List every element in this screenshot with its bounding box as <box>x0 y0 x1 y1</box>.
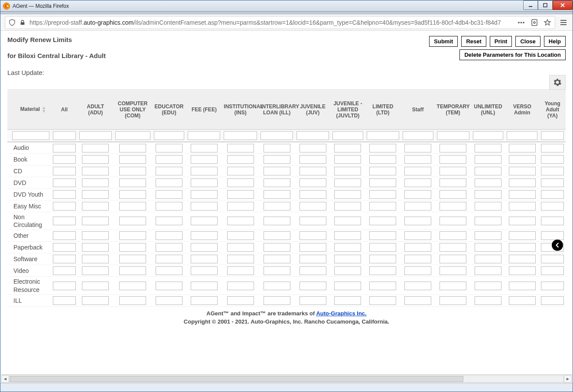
cell-input[interactable] <box>334 243 361 252</box>
cell-input[interactable] <box>404 155 431 164</box>
cell-input[interactable] <box>509 178 536 187</box>
cell-input[interactable] <box>119 231 146 240</box>
cell-input[interactable] <box>440 167 466 175</box>
reset-button[interactable]: Reset <box>461 36 486 47</box>
cell-input[interactable] <box>82 167 109 175</box>
column-header-ya[interactable]: Young Adult (YA) <box>539 90 566 130</box>
filter-input-staff[interactable] <box>403 131 433 140</box>
filter-input-unl[interactable] <box>473 131 504 140</box>
cell-input[interactable] <box>440 266 466 275</box>
cell-input[interactable] <box>227 167 254 175</box>
cell-input[interactable] <box>541 296 564 305</box>
cell-input[interactable] <box>334 266 361 275</box>
cell-input[interactable] <box>404 255 431 263</box>
cell-input[interactable] <box>156 296 182 305</box>
cell-input[interactable] <box>369 144 396 152</box>
cell-input[interactable] <box>369 217 396 225</box>
cell-input[interactable] <box>475 217 501 225</box>
filter-input-fee[interactable] <box>188 131 220 140</box>
cell-input[interactable] <box>440 155 466 164</box>
cell-input[interactable] <box>334 155 361 164</box>
filter-input-edu[interactable] <box>154 131 185 140</box>
cell-input[interactable] <box>300 217 326 225</box>
cell-input[interactable] <box>541 202 564 211</box>
cell-input[interactable] <box>264 231 290 240</box>
cell-input[interactable] <box>369 167 396 175</box>
cell-input[interactable] <box>119 243 146 252</box>
cell-input[interactable] <box>191 167 218 175</box>
cell-input[interactable] <box>475 296 501 305</box>
cell-input[interactable] <box>541 144 564 152</box>
cell-input[interactable] <box>191 217 218 225</box>
scroll-thumb[interactable] <box>10 376 463 382</box>
cell-input[interactable] <box>119 296 146 305</box>
cell-input[interactable] <box>440 282 466 290</box>
cell-input[interactable] <box>541 282 564 290</box>
filter-input-juvltd[interactable] <box>332 131 363 140</box>
cell-input[interactable] <box>156 167 182 175</box>
cell-input[interactable] <box>475 202 501 211</box>
cell-input[interactable] <box>404 217 431 225</box>
cell-input[interactable] <box>475 266 501 275</box>
submit-button[interactable]: Submit <box>429 36 458 47</box>
cell-input[interactable] <box>82 202 109 211</box>
cell-input[interactable] <box>82 155 109 164</box>
cell-input[interactable] <box>475 255 501 263</box>
cell-input[interactable] <box>509 266 536 275</box>
horizontal-scrollbar[interactable]: ◄ ► <box>1 374 572 383</box>
cell-input[interactable] <box>369 266 396 275</box>
cell-input[interactable] <box>404 296 431 305</box>
cell-input[interactable] <box>191 266 218 275</box>
cell-input[interactable] <box>509 190 536 199</box>
print-button[interactable]: Print <box>490 36 512 47</box>
cell-input[interactable] <box>300 190 326 199</box>
cell-input[interactable] <box>191 231 218 240</box>
column-header-com[interactable]: COMPUTER USE ONLY (COM) <box>114 90 152 130</box>
cell-input[interactable] <box>509 217 536 225</box>
scroll-left-arrow[interactable]: ◄ <box>1 375 9 383</box>
cell-input[interactable] <box>440 231 466 240</box>
cell-input[interactable] <box>475 190 501 199</box>
help-button[interactable]: Help <box>544 36 566 47</box>
column-header-adu[interactable]: ADULT (ADU) <box>78 90 114 130</box>
cell-input[interactable] <box>541 217 564 225</box>
column-header-unl[interactable]: UNLIMITED (UNL) <box>471 90 505 130</box>
window-maximize-button[interactable] <box>538 0 553 10</box>
cell-input[interactable] <box>369 296 396 305</box>
cell-input[interactable] <box>191 155 218 164</box>
cell-input[interactable] <box>53 190 76 199</box>
cell-input[interactable] <box>82 190 109 199</box>
column-header-fee[interactable]: FEE (FEE) <box>186 90 222 130</box>
cell-input[interactable] <box>509 202 536 211</box>
cell-input[interactable] <box>404 144 431 152</box>
filter-input-juv[interactable] <box>296 131 329 140</box>
filter-input-ins[interactable] <box>224 131 257 140</box>
cell-input[interactable] <box>53 231 76 240</box>
cell-input[interactable] <box>156 217 182 225</box>
cell-input[interactable] <box>82 282 109 290</box>
cell-input[interactable] <box>404 167 431 175</box>
reader-mode-icon[interactable] <box>531 19 538 26</box>
cell-input[interactable] <box>475 167 501 175</box>
cell-input[interactable] <box>404 243 431 252</box>
cell-input[interactable] <box>119 202 146 211</box>
scroll-track[interactable] <box>10 376 563 382</box>
cell-input[interactable] <box>440 296 466 305</box>
lock-icon[interactable] <box>19 19 26 26</box>
column-header-verso[interactable]: VERSO Admin <box>505 90 539 130</box>
cell-input[interactable] <box>541 167 564 175</box>
cell-input[interactable] <box>227 282 254 290</box>
filter-input-ill[interactable] <box>260 131 293 140</box>
cell-input[interactable] <box>191 282 218 290</box>
filter-input-adu[interactable] <box>79 131 112 140</box>
cell-input[interactable] <box>509 231 536 240</box>
cell-input[interactable] <box>119 255 146 263</box>
cell-input[interactable] <box>541 231 564 240</box>
cell-input[interactable] <box>191 255 218 263</box>
cell-input[interactable] <box>227 255 254 263</box>
cell-input[interactable] <box>404 202 431 211</box>
cell-input[interactable] <box>404 282 431 290</box>
cell-input[interactable] <box>119 167 146 175</box>
cell-input[interactable] <box>440 178 466 187</box>
cell-input[interactable] <box>509 144 536 152</box>
